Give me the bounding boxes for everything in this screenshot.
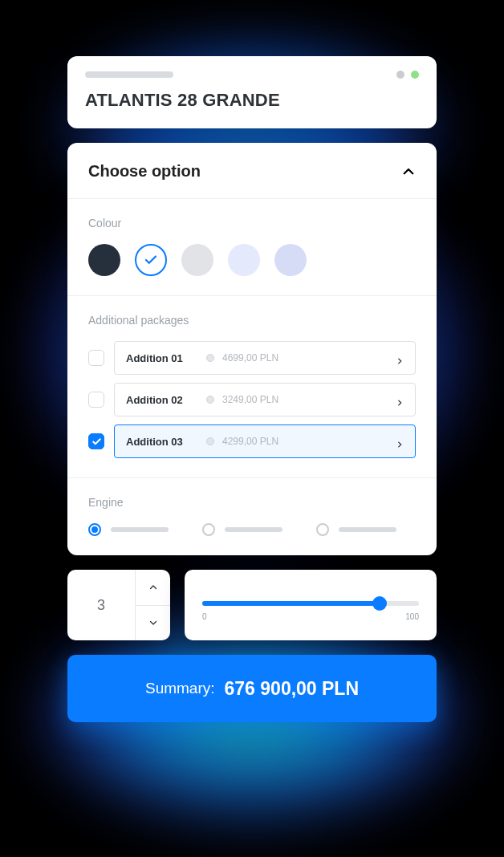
package-price: 4699,00 PLN	[222, 352, 278, 364]
engine-option[interactable]	[88, 523, 169, 536]
chevron-right-icon	[396, 437, 404, 445]
options-header[interactable]: Choose option	[67, 143, 437, 198]
engine-section: Engine	[67, 478, 437, 555]
slider-max: 100	[405, 612, 419, 621]
summary-label: Summary:	[145, 680, 215, 697]
colour-label: Colour	[88, 217, 416, 229]
colour-section: Colour	[67, 199, 437, 295]
slider-track[interactable]	[202, 601, 419, 606]
colour-swatch-grey[interactable]	[181, 244, 213, 276]
package-price: 3249,00 PLN	[222, 394, 278, 405]
options-heading: Choose option	[88, 162, 201, 181]
check-icon	[91, 437, 102, 447]
chevron-down-icon	[148, 618, 158, 628]
package-checkbox[interactable]	[88, 392, 104, 408]
status-dot-green	[411, 71, 419, 79]
package-checkbox-checked[interactable]	[88, 433, 104, 449]
package-box[interactable]: Addition 02 3249,00 PLN	[114, 383, 416, 416]
packages-section: Additional packages Addition 01 4699,00 …	[67, 296, 437, 477]
packages-label: Additional packages	[88, 314, 416, 327]
radio[interactable]	[316, 523, 329, 536]
engine-option-placeholder	[225, 527, 282, 532]
engine-option[interactable]	[316, 523, 396, 536]
colour-swatch-selected[interactable]	[135, 244, 167, 276]
status-dots	[396, 71, 419, 79]
slider-fill	[202, 601, 380, 606]
stepper-increment-button[interactable]	[136, 570, 170, 605]
quantity-stepper: 3	[67, 570, 170, 640]
bullet-icon	[206, 437, 214, 445]
chevron-right-icon	[396, 354, 404, 362]
colour-swatch-dark[interactable]	[88, 244, 120, 276]
package-name: Addition 02	[126, 394, 206, 406]
colour-swatch-lavender[interactable]	[274, 244, 307, 276]
bullet-icon	[206, 354, 214, 362]
product-header-card: ATLANTIS 28 GRANDE	[67, 56, 437, 128]
slider-min: 0	[202, 612, 207, 621]
chevron-up-icon	[401, 164, 416, 179]
stepper-decrement-button[interactable]	[136, 605, 170, 641]
product-title: ATLANTIS 28 GRANDE	[85, 90, 419, 111]
package-box[interactable]: Addition 01 4699,00 PLN	[114, 341, 416, 375]
radio[interactable]	[202, 523, 215, 536]
slider-thumb[interactable]	[372, 596, 387, 611]
chevron-right-icon	[396, 396, 404, 404]
chevron-up-icon	[148, 583, 158, 592]
package-row: Addition 01 4699,00 PLN	[88, 341, 416, 375]
package-name: Addition 01	[126, 352, 206, 364]
engine-label: Engine	[88, 496, 416, 509]
check-icon	[144, 253, 158, 267]
package-name: Addition 03	[126, 436, 206, 448]
slider-card: 0 100	[185, 570, 437, 640]
stepper-value: 3	[67, 570, 135, 640]
colour-swatch-lightblue[interactable]	[228, 244, 260, 276]
engine-option-placeholder	[339, 527, 396, 532]
engine-option[interactable]	[202, 523, 282, 536]
options-card: Choose option Colour Additional packages	[67, 143, 437, 555]
summary-value: 676 900,00 PLN	[225, 678, 360, 700]
engine-option-placeholder	[111, 527, 169, 532]
radio-selected[interactable]	[88, 523, 101, 536]
status-dot-grey	[396, 71, 404, 79]
summary-button[interactable]: Summary: 676 900,00 PLN	[67, 655, 437, 722]
package-checkbox[interactable]	[88, 350, 104, 366]
package-box-selected[interactable]: Addition 03 4299,00 PLN	[114, 424, 416, 458]
package-row: Addition 02 3249,00 PLN	[88, 383, 416, 416]
bullet-icon	[206, 396, 214, 404]
package-price: 4299,00 PLN	[222, 436, 278, 447]
package-row: Addition 03 4299,00 PLN	[88, 424, 416, 458]
header-breadcrumb-placeholder	[85, 71, 173, 78]
